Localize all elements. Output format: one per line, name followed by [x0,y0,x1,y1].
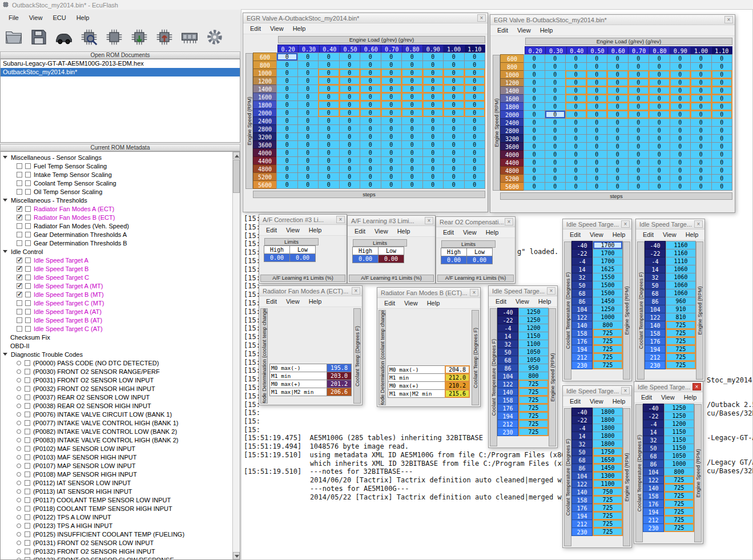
table-cell[interactable]: 0 [628,126,650,135]
table-cell[interactable]: 0 [628,78,650,87]
table-cell[interactable]: 1625 [593,265,623,273]
table-cell[interactable]: 0 [422,140,444,149]
row-header[interactable]: 194 [643,507,664,516]
table-cell[interactable]: 725 [593,495,623,504]
table-cell[interactable]: 0 [711,118,733,127]
table-cell[interactable]: 0 [401,100,423,109]
row-header[interactable]: 68 [497,356,518,364]
table-cell[interactable]: 0 [464,140,486,149]
table-cell[interactable]: 0 [381,108,402,117]
table-cell[interactable]: 0 [670,174,691,183]
menu-edit[interactable]: Edit [245,24,265,33]
table-cell[interactable]: 725 [593,527,623,536]
row-header[interactable]: 1000 [500,70,524,79]
table-cell[interactable]: 0 [565,78,587,87]
table-cell[interactable]: 0 [339,164,361,173]
row-header[interactable]: 212 [497,420,518,428]
table-cell[interactable]: 1650 [593,456,623,464]
table-cell[interactable]: 0 [401,156,423,165]
table-cell[interactable]: 0 [381,124,402,133]
limit-column-header[interactable]: High [441,248,467,256]
table-cell[interactable]: 0 [711,54,733,63]
table-cell[interactable]: 0 [422,108,444,117]
table-cell[interactable]: 725 [593,503,623,512]
table-cell[interactable]: 0 [690,70,712,79]
table-cell[interactable]: 1250 [518,316,549,324]
table-cell[interactable]: 0 [360,156,381,165]
child-window-titlebar[interactable]: Radiator Fan Modes A (ECT)...× [259,286,362,296]
row-header[interactable]: 5600 [500,182,524,191]
table-cell[interactable]: 0 [443,61,465,69]
table-cell[interactable]: 0 [339,124,361,133]
table-cell[interactable]: 0 [443,140,465,149]
table-cell[interactable]: 0 [464,76,486,85]
table-cell[interactable]: 0 [339,180,361,189]
row-header[interactable]: 3600 [253,140,277,149]
table-cell[interactable]: 800 [593,321,623,329]
table-cell[interactable]: 0 [297,92,319,101]
table-cell[interactable]: 0 [649,86,670,95]
menu-help[interactable]: Help [481,228,504,237]
row-header[interactable]: 176 [571,337,593,345]
column-header[interactable]: 0.60 [607,46,629,55]
child-window-titlebar[interactable]: A/F Learning #3 Limi...× [348,216,435,226]
table-cell[interactable]: 0 [628,158,650,167]
table-cell[interactable]: 0 [318,53,340,61]
row-header[interactable]: 800 [500,62,524,71]
table-cell[interactable]: 0 [276,76,298,85]
table-cell[interactable]: 0 [339,148,361,157]
table-cell[interactable]: 0 [401,61,423,69]
table-cell[interactable]: 0 [297,53,319,61]
table-cell[interactable]: 0 [360,132,381,141]
column-header[interactable]: 0.90 [422,45,444,53]
table-cell[interactable]: 0 [276,180,298,189]
table-cell[interactable]: 0 [670,70,691,79]
table-cell[interactable]: 725 [664,507,694,516]
row-header[interactable]: 1400 [500,86,524,95]
column-header[interactable]: 0.20 [277,45,299,53]
row-header[interactable]: 2400 [500,118,524,127]
row-header[interactable]: 3600 [500,142,524,151]
table-cell[interactable]: 0 [711,150,733,159]
table-cell[interactable]: 725 [666,321,696,329]
row-header[interactable]: -4 [497,324,518,332]
menu-view[interactable]: View [281,297,304,306]
table-cell[interactable]: 0 [464,180,486,189]
table-cell[interactable]: 0 [690,158,712,167]
table-cell[interactable]: 0 [339,108,361,117]
close-icon[interactable]: × [621,387,630,394]
menu-view[interactable]: View [281,225,304,235]
row-header[interactable]: 1600 [500,94,524,103]
table-cell[interactable]: 0 [586,70,608,79]
close-icon[interactable]: × [692,383,701,390]
table-cell[interactable]: 0 [401,116,423,125]
menu-help[interactable]: Help [679,393,702,402]
row-header[interactable]: 1400 [253,84,277,93]
limit-column-header[interactable]: Low [378,247,404,255]
column-header[interactable]: 0.60 [360,45,381,53]
table-cell[interactable]: 0 [464,53,486,61]
table-cell[interactable]: 725 [666,345,696,353]
table-cell[interactable]: 0 [607,70,629,79]
table-cell[interactable]: 0 [464,108,486,117]
table-cell[interactable]: 0 [422,61,444,69]
menu-edit[interactable]: Edit [637,393,657,402]
limit-value-cell[interactable]: 0.00 [441,256,467,264]
table-cell[interactable]: 0 [276,116,298,125]
menu-help[interactable]: Help [304,225,327,235]
table-cell[interactable]: 0 [524,142,545,151]
table-cell[interactable]: 725 [593,511,623,520]
mode-value-cell[interactable]: 212.0 [445,373,470,382]
table-cell[interactable]: 725 [664,523,694,532]
menu-edit[interactable]: Edit [491,297,511,306]
close-icon[interactable]: × [694,220,703,228]
table-cell[interactable]: 0 [422,76,444,85]
table-cell[interactable]: 1150 [664,428,694,436]
table-cell[interactable]: 0 [318,172,340,181]
table-cell[interactable]: 0 [607,158,629,167]
table-cell[interactable]: 1000 [664,460,694,468]
menu-view[interactable]: View [458,228,481,237]
row-header[interactable]: 4800 [500,166,524,175]
table-cell[interactable]: 0 [318,124,340,133]
table-cell[interactable]: 1150 [664,444,694,452]
